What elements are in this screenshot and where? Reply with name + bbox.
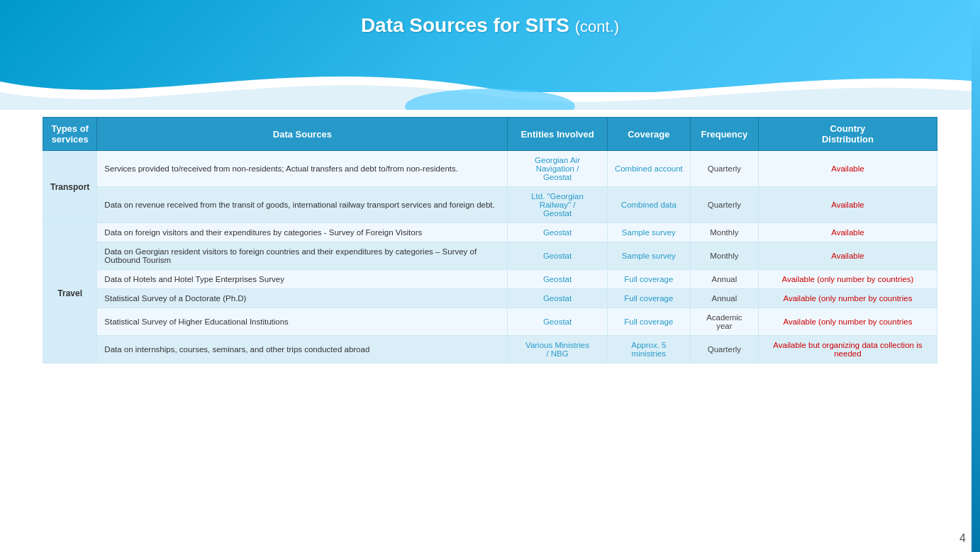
- data-source-cell: Data on Georgian resident visitors to fo…: [97, 242, 508, 270]
- country-cell: Available (only number by countries: [758, 308, 937, 336]
- data-source-cell: Data of Hotels and Hotel Type Enterprise…: [97, 270, 508, 289]
- title-cont: (cont.): [575, 18, 619, 35]
- frequency-cell: Monthly: [690, 242, 758, 270]
- country-cell: Available but organizing data collection…: [758, 336, 937, 364]
- table-row: Data on Georgian resident visitors to fo…: [43, 242, 937, 270]
- frequency-cell: Monthly: [690, 223, 758, 242]
- type-cell: Travel: [43, 223, 97, 364]
- data-source-cell: Services provided to/received from non-r…: [97, 151, 508, 187]
- table-row: TransportServices provided to/received f…: [43, 151, 937, 187]
- coverage-cell: Full coverage: [607, 270, 690, 289]
- table-header-row: Types ofservices Data Sources Entities I…: [43, 118, 937, 151]
- country-cell: Available: [758, 242, 937, 270]
- coverage-cell: Combined data: [607, 187, 690, 223]
- title-text: Data Sources for SITS: [361, 14, 569, 36]
- table-row: Data on internships, courses, seminars, …: [43, 336, 937, 364]
- col-header-entities: Entities Involved: [508, 118, 607, 151]
- data-source-cell: Statistical Survey of Higher Educational…: [97, 308, 508, 336]
- coverage-cell: Approx. 5 ministries: [607, 336, 690, 364]
- entities-cell: Ltd. "Georgian Railway" / Geostat: [508, 187, 607, 223]
- frequency-cell: Annual: [690, 270, 758, 289]
- frequency-cell: Academic year: [690, 308, 758, 336]
- frequency-cell: Quarterly: [690, 336, 758, 364]
- country-cell: Available (only number by countries): [758, 270, 937, 289]
- data-source-cell: Data on internships, courses, seminars, …: [97, 336, 508, 364]
- page-title: Data Sources for SITS (cont.): [0, 14, 980, 37]
- table-row: Data of Hotels and Hotel Type Enterprise…: [43, 270, 937, 289]
- frequency-cell: Quarterly: [690, 187, 758, 223]
- coverage-cell: Sample survey: [607, 242, 690, 270]
- type-cell: Transport: [43, 151, 97, 223]
- coverage-cell: Full coverage: [607, 308, 690, 336]
- data-source-cell: Data on revenue received from the transi…: [97, 187, 508, 223]
- entities-cell: Georgian Air Navigation / Geostat: [508, 151, 607, 187]
- table-row: TravelData on foreign visitors and their…: [43, 223, 937, 242]
- country-cell: Available (only number by countries: [758, 289, 937, 308]
- country-cell: Available: [758, 223, 937, 242]
- frequency-cell: Quarterly: [690, 151, 758, 187]
- coverage-cell: Combined account: [607, 151, 690, 187]
- right-accent-bar: [971, 0, 980, 552]
- table-row: Statistical Survey of Higher Educational…: [43, 308, 937, 336]
- country-cell: Available: [758, 151, 937, 187]
- wave-decoration: [0, 53, 980, 110]
- entities-cell: Geostat: [508, 308, 607, 336]
- table-row: Data on revenue received from the transi…: [43, 187, 937, 223]
- entities-cell: Geostat: [508, 270, 607, 289]
- data-table: Types ofservices Data Sources Entities I…: [43, 117, 937, 364]
- data-source-cell: Statistical Survey of a Doctorate (Ph.D): [97, 289, 508, 308]
- col-header-types: Types ofservices: [43, 118, 97, 151]
- page-number: 4: [959, 532, 966, 545]
- col-header-frequency: Frequency: [690, 118, 758, 151]
- table-row: Statistical Survey of a Doctorate (Ph.D)…: [43, 289, 937, 308]
- entities-cell: Geostat: [508, 242, 607, 270]
- col-header-sources: Data Sources: [97, 118, 508, 151]
- data-source-cell: Data on foreign visitors and their expen…: [97, 223, 508, 242]
- coverage-cell: Sample survey: [607, 223, 690, 242]
- coverage-cell: Full coverage: [607, 289, 690, 308]
- entities-cell: Various Ministries / NBG: [508, 336, 607, 364]
- entities-cell: Geostat: [508, 289, 607, 308]
- main-content: Types ofservices Data Sources Entities I…: [43, 117, 937, 524]
- frequency-cell: Annual: [690, 289, 758, 308]
- country-cell: Available: [758, 187, 937, 223]
- col-header-coverage: Coverage: [607, 118, 690, 151]
- entities-cell: Geostat: [508, 223, 607, 242]
- col-header-country: CountryDistribution: [758, 118, 937, 151]
